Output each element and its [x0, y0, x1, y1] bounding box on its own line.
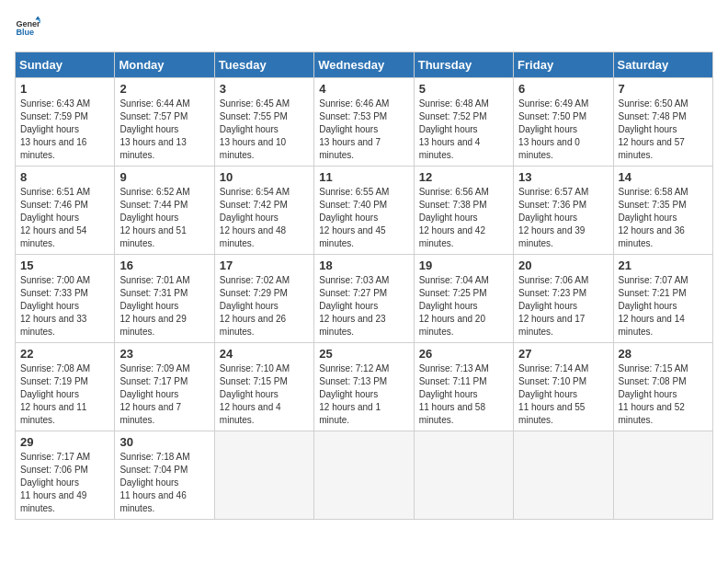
calendar-cell: 8Sunrise: 6:51 AMSunset: 7:46 PMDaylight…: [16, 167, 115, 255]
day-number: 9: [119, 170, 209, 184]
day-info: Sunrise: 6:49 AMSunset: 7:50 PMDaylight …: [518, 98, 608, 162]
day-info: Sunrise: 7:10 AMSunset: 7:15 PMDaylight …: [220, 362, 309, 427]
svg-text:Blue: Blue: [16, 28, 34, 37]
calendar-cell: 22Sunrise: 7:08 AMSunset: 7:19 PMDayligh…: [16, 343, 115, 431]
day-info: Sunrise: 7:14 AMSunset: 7:10 PMDaylight …: [518, 362, 608, 427]
day-info: Sunrise: 6:54 AMSunset: 7:42 PMDaylight …: [220, 186, 309, 250]
calendar-cell: 7Sunrise: 6:50 AMSunset: 7:48 PMDaylight…: [613, 78, 712, 167]
calendar-cell: 9Sunrise: 6:52 AMSunset: 7:44 PMDaylight…: [115, 167, 214, 255]
day-info: Sunrise: 7:13 AMSunset: 7:11 PMDaylight …: [419, 362, 508, 427]
day-number: 17: [220, 259, 309, 272]
calendar-cell: 21Sunrise: 7:07 AMSunset: 7:21 PMDayligh…: [613, 255, 712, 343]
calendar-cell: 16Sunrise: 7:01 AMSunset: 7:31 PMDayligh…: [115, 255, 214, 343]
calendar-cell: 26Sunrise: 7:13 AMSunset: 7:11 PMDayligh…: [414, 343, 513, 431]
calendar-cell: 11Sunrise: 6:55 AMSunset: 7:40 PMDayligh…: [314, 167, 414, 255]
calendar-cell: 3Sunrise: 6:45 AMSunset: 7:55 PMDaylight…: [214, 78, 313, 167]
calendar-cell: 25Sunrise: 7:12 AMSunset: 7:13 PMDayligh…: [314, 343, 414, 431]
day-info: Sunrise: 7:06 AMSunset: 7:23 PMDaylight …: [518, 274, 608, 339]
day-info: Sunrise: 6:55 AMSunset: 7:40 PMDaylight …: [319, 186, 408, 250]
logo: General Blue: [15, 15, 40, 40]
column-header-monday: Monday: [115, 52, 214, 78]
day-info: Sunrise: 7:02 AMSunset: 7:29 PMDaylight …: [220, 274, 309, 339]
day-info: Sunrise: 7:18 AMSunset: 7:04 PMDaylight …: [119, 451, 209, 515]
day-info: Sunrise: 7:15 AMSunset: 7:08 PMDaylight …: [619, 362, 708, 427]
calendar-cell: 20Sunrise: 7:06 AMSunset: 7:23 PMDayligh…: [514, 255, 613, 343]
calendar-week-1: 1Sunrise: 6:43 AMSunset: 7:59 PMDaylight…: [16, 78, 713, 167]
calendar-cell: 5Sunrise: 6:48 AMSunset: 7:52 PMDaylight…: [414, 78, 513, 167]
calendar-cell: 23Sunrise: 7:09 AMSunset: 7:17 PMDayligh…: [115, 343, 214, 431]
calendar-cell: 1Sunrise: 6:43 AMSunset: 7:59 PMDaylight…: [16, 78, 115, 167]
calendar-cell: [314, 431, 414, 520]
calendar-cell: 27Sunrise: 7:14 AMSunset: 7:10 PMDayligh…: [514, 343, 613, 431]
day-number: 21: [619, 259, 708, 272]
day-info: Sunrise: 7:09 AMSunset: 7:17 PMDaylight …: [119, 362, 209, 427]
calendar-week-4: 22Sunrise: 7:08 AMSunset: 7:19 PMDayligh…: [16, 343, 713, 431]
day-number: 8: [20, 170, 109, 184]
calendar-cell: 10Sunrise: 6:54 AMSunset: 7:42 PMDayligh…: [214, 167, 313, 255]
day-number: 15: [20, 259, 109, 272]
day-info: Sunrise: 7:04 AMSunset: 7:25 PMDaylight …: [419, 274, 508, 339]
day-info: Sunrise: 6:58 AMSunset: 7:35 PMDaylight …: [619, 186, 708, 250]
svg-marker-2: [35, 16, 40, 19]
calendar-cell: 29Sunrise: 7:17 AMSunset: 7:06 PMDayligh…: [16, 431, 115, 520]
calendar-cell: [414, 431, 513, 520]
day-number: 4: [319, 82, 408, 96]
column-header-sunday: Sunday: [16, 52, 115, 78]
calendar-cell: 15Sunrise: 7:00 AMSunset: 7:33 PMDayligh…: [16, 255, 115, 343]
day-number: 10: [220, 170, 309, 184]
day-number: 24: [220, 347, 309, 361]
calendar-cell: 17Sunrise: 7:02 AMSunset: 7:29 PMDayligh…: [214, 255, 313, 343]
calendar-cell: 19Sunrise: 7:04 AMSunset: 7:25 PMDayligh…: [414, 255, 513, 343]
day-number: 5: [419, 82, 508, 96]
day-number: 27: [518, 347, 608, 361]
day-info: Sunrise: 6:50 AMSunset: 7:48 PMDaylight …: [619, 98, 708, 162]
day-number: 2: [119, 82, 209, 96]
day-number: 28: [619, 347, 708, 361]
day-info: Sunrise: 6:43 AMSunset: 7:59 PMDaylight …: [20, 98, 109, 162]
day-info: Sunrise: 6:45 AMSunset: 7:55 PMDaylight …: [220, 98, 309, 162]
day-info: Sunrise: 6:52 AMSunset: 7:44 PMDaylight …: [119, 186, 209, 250]
svg-text:General: General: [16, 19, 40, 29]
day-number: 20: [518, 259, 608, 272]
day-number: 13: [518, 170, 608, 184]
column-header-tuesday: Tuesday: [214, 52, 313, 78]
calendar-week-3: 15Sunrise: 7:00 AMSunset: 7:33 PMDayligh…: [16, 255, 713, 343]
day-info: Sunrise: 6:46 AMSunset: 7:53 PMDaylight …: [319, 98, 408, 162]
day-info: Sunrise: 6:44 AMSunset: 7:57 PMDaylight …: [119, 98, 209, 162]
day-info: Sunrise: 6:48 AMSunset: 7:52 PMDaylight …: [419, 98, 508, 162]
day-info: Sunrise: 7:12 AMSunset: 7:13 PMDaylight …: [319, 362, 408, 427]
day-number: 14: [619, 170, 708, 184]
calendar-cell: [214, 431, 313, 520]
calendar-cell: 18Sunrise: 7:03 AMSunset: 7:27 PMDayligh…: [314, 255, 414, 343]
day-number: 7: [619, 82, 708, 96]
calendar-cell: 2Sunrise: 6:44 AMSunset: 7:57 PMDaylight…: [115, 78, 214, 167]
day-number: 29: [20, 435, 109, 449]
calendar-cell: 30Sunrise: 7:18 AMSunset: 7:04 PMDayligh…: [115, 431, 214, 520]
day-number: 26: [419, 347, 508, 361]
calendar-cell: 28Sunrise: 7:15 AMSunset: 7:08 PMDayligh…: [613, 343, 712, 431]
calendar-cell: 4Sunrise: 6:46 AMSunset: 7:53 PMDaylight…: [314, 78, 414, 167]
column-header-friday: Friday: [514, 52, 613, 78]
calendar-table: SundayMondayTuesdayWednesdayThursdayFrid…: [15, 52, 713, 520]
column-header-saturday: Saturday: [613, 52, 712, 78]
day-info: Sunrise: 6:51 AMSunset: 7:46 PMDaylight …: [20, 186, 109, 250]
day-info: Sunrise: 7:00 AMSunset: 7:33 PMDaylight …: [20, 274, 109, 339]
calendar-week-2: 8Sunrise: 6:51 AMSunset: 7:46 PMDaylight…: [16, 167, 713, 255]
calendar-cell: 14Sunrise: 6:58 AMSunset: 7:35 PMDayligh…: [613, 167, 712, 255]
column-header-thursday: Thursday: [414, 52, 513, 78]
day-info: Sunrise: 7:17 AMSunset: 7:06 PMDaylight …: [20, 451, 109, 515]
day-number: 3: [220, 82, 309, 96]
calendar-cell: 13Sunrise: 6:57 AMSunset: 7:36 PMDayligh…: [514, 167, 613, 255]
day-info: Sunrise: 6:56 AMSunset: 7:38 PMDaylight …: [419, 186, 508, 250]
calendar-week-5: 29Sunrise: 7:17 AMSunset: 7:06 PMDayligh…: [16, 431, 713, 520]
day-number: 16: [119, 259, 209, 272]
day-number: 30: [119, 435, 209, 449]
day-number: 22: [20, 347, 109, 361]
calendar-cell: [514, 431, 613, 520]
day-number: 1: [20, 82, 109, 96]
calendar-cell: [613, 431, 712, 520]
day-info: Sunrise: 7:07 AMSunset: 7:21 PMDaylight …: [619, 274, 708, 339]
calendar-cell: 12Sunrise: 6:56 AMSunset: 7:38 PMDayligh…: [414, 167, 513, 255]
day-number: 25: [319, 347, 408, 361]
day-number: 23: [119, 347, 209, 361]
